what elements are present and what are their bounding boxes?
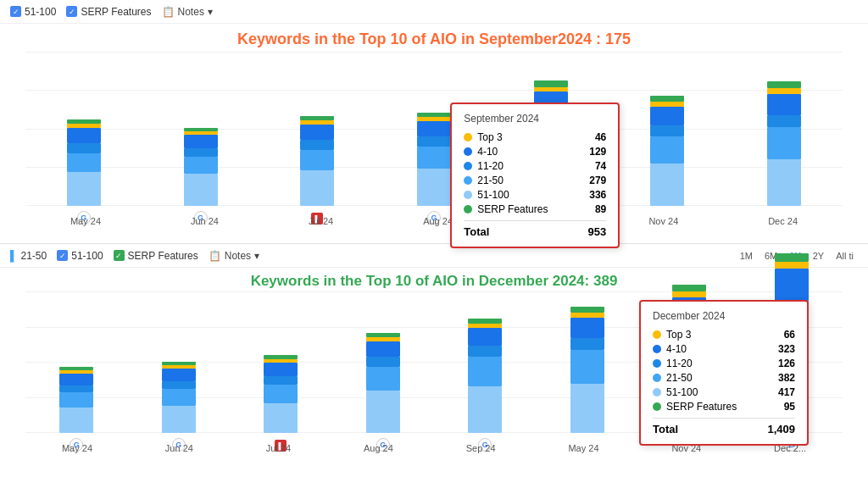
tooltip2-left: 21-50 xyxy=(653,372,693,384)
bar-seg-410 xyxy=(366,341,400,357)
checkbox-serpb[interactable]: ✓ xyxy=(114,250,125,261)
x-label-b-jul: Jul 24 xyxy=(266,443,291,453)
bar-seg-51100 xyxy=(417,169,451,206)
dot2-1120 xyxy=(653,359,661,368)
tooltip2-left: Top 3 xyxy=(653,329,691,341)
value-410: 129 xyxy=(589,146,606,158)
tooltip-title: September 2024 xyxy=(464,113,606,125)
bar-seg-1120 xyxy=(300,140,334,150)
bar-seg-410 xyxy=(264,363,298,376)
tooltip-left: Top 3 xyxy=(464,131,502,143)
bar-seg-1120 xyxy=(184,148,218,157)
value2-2150: 382 xyxy=(778,372,795,384)
notes-label-bottom: Notes xyxy=(225,250,251,262)
checkbox-51-100[interactable]: ✓ xyxy=(10,6,21,17)
tooltip2-left: 4-10 xyxy=(653,343,687,355)
bar-seg-serp xyxy=(650,96,684,102)
bar-seg-51100 xyxy=(59,408,93,433)
bar-seg-410 xyxy=(59,374,93,385)
bottom-title-prefix: Keywords in the Top 10 of AIO in Decembe… xyxy=(251,273,593,289)
top-toolbar: ✓ 51-100 ✓ SERP Features 📋 Notes ▾ xyxy=(0,0,868,24)
bar-seg-410 xyxy=(184,135,218,148)
notes-chevron-bottom: ▾ xyxy=(254,250,259,262)
total2-label: Total xyxy=(653,423,678,435)
tooltip2-left: 51-100 xyxy=(653,386,698,398)
tooltip2-row-2150: 21-50 382 xyxy=(653,372,795,384)
bar-seg-top3 xyxy=(775,262,809,269)
label-serp: SERP Features xyxy=(477,203,548,215)
grid-line xyxy=(25,52,843,53)
bar-seg-51100 xyxy=(767,159,801,206)
tooltip2-left: 11-20 xyxy=(653,358,693,369)
bar-seg-serp xyxy=(767,81,801,88)
filter-chip-51100b[interactable]: ✓ 51-100 xyxy=(57,250,103,262)
bar-seg-51100 xyxy=(650,164,684,206)
bar-seg-410 xyxy=(162,369,196,381)
bar-seg-410 xyxy=(417,121,451,136)
label-top3: Top 3 xyxy=(477,131,502,143)
value2-serp: 95 xyxy=(784,401,795,413)
tooltip-row-51100: 51-100 336 xyxy=(464,189,606,201)
bottom-toolbar: ▌ 21-50 ✓ 51-100 ✓ SERP Features 📋 Notes… xyxy=(0,244,868,268)
label-1120: 11-20 xyxy=(477,160,504,172)
bar-seg-410 xyxy=(650,107,684,125)
bar-seg-1120 xyxy=(570,338,604,350)
x-label-may: May 24 xyxy=(70,216,101,226)
value2-51100: 417 xyxy=(778,386,795,398)
bar-seg-51100 xyxy=(300,170,334,206)
tooltip2-row-51100: 51-100 417 xyxy=(653,386,795,398)
tooltip-left: 51-100 xyxy=(464,189,509,201)
filter-chip-serpb[interactable]: ✓ SERP Features xyxy=(114,250,198,262)
total-label: Total xyxy=(464,225,489,238)
filter-chip-serp[interactable]: ✓ SERP Features xyxy=(66,6,151,18)
bar-seg-2150 xyxy=(184,157,218,174)
bar-seg-serp xyxy=(570,307,604,313)
tooltip-row-top3: Top 3 46 xyxy=(464,131,606,143)
tooltip-left: 4-10 xyxy=(464,146,498,158)
top-section: ✓ 51-100 ✓ SERP Features 📋 Notes ▾ Keywo… xyxy=(0,0,868,244)
bottom-chart-title: Keywords in the Top 10 of AIO in Decembe… xyxy=(0,268,868,291)
bar-seg-410 xyxy=(767,94,801,115)
checkbox-51100b[interactable]: ✓ xyxy=(57,250,68,261)
label-410: 4-10 xyxy=(477,146,498,158)
top-chart-title: Keywords in the Top 10 of AIO in Septemb… xyxy=(0,24,868,52)
tooltip2-row-410: 4-10 323 xyxy=(653,343,795,355)
bar-seg-2150 xyxy=(162,389,196,406)
bar-seg-410 xyxy=(468,328,502,346)
bar-jul: ▌ xyxy=(292,116,342,206)
bar-jun: G xyxy=(175,128,226,206)
tooltip2-row-top3: Top 3 66 xyxy=(653,329,795,341)
bottom-section: ▌ 21-50 ✓ 51-100 ✓ SERP Features 📋 Notes… xyxy=(0,244,868,488)
bar-seg-2150 xyxy=(67,153,101,172)
tooltip2-row-1120: 11-20 126 xyxy=(653,358,795,369)
bar-seg-serp xyxy=(672,285,706,291)
tooltip-left: SERP Features xyxy=(464,203,548,215)
bar-seg-51100 xyxy=(468,386,502,433)
value2-top3: 66 xyxy=(784,329,795,341)
bar-seg-top3 xyxy=(672,291,706,297)
chip-label-51-100: 51-100 xyxy=(25,6,56,18)
bar-b-aug: G xyxy=(358,333,409,433)
label2-1120: 11-20 xyxy=(666,358,693,369)
x-label-jun: Jun 24 xyxy=(191,216,219,226)
total2-value: 1,409 xyxy=(767,423,795,435)
notes-button[interactable]: 📋 Notes ▾ xyxy=(162,6,213,18)
checkbox-serp[interactable]: ✓ xyxy=(66,6,77,17)
dot2-serp xyxy=(653,402,661,411)
filter-chip-51-100[interactable]: ✓ 51-100 xyxy=(10,6,56,18)
bar-seg-1120 xyxy=(264,376,298,385)
notes-button-bottom[interactable]: 📋 Notes ▾ xyxy=(209,250,259,262)
time-btn-alltime[interactable]: All ti xyxy=(832,249,858,263)
value-2150: 279 xyxy=(589,175,606,186)
x-label-dec: Dec 24 xyxy=(768,216,798,226)
bar-seg-serp xyxy=(775,253,809,262)
value2-410: 323 xyxy=(778,343,795,355)
bar-seg-1120 xyxy=(417,136,451,147)
bottom-chart-area: G G ▌ G xyxy=(25,291,843,457)
time-btn-1m[interactable]: 1M xyxy=(736,249,757,263)
bar-seg-51100 xyxy=(366,391,400,433)
filter-chip-2150[interactable]: ▌ 21-50 xyxy=(10,250,47,262)
bar-seg-serp xyxy=(534,80,568,87)
chip-label-2150-text: 21-50 xyxy=(21,250,47,262)
notes-chevron: ▾ xyxy=(208,6,213,18)
